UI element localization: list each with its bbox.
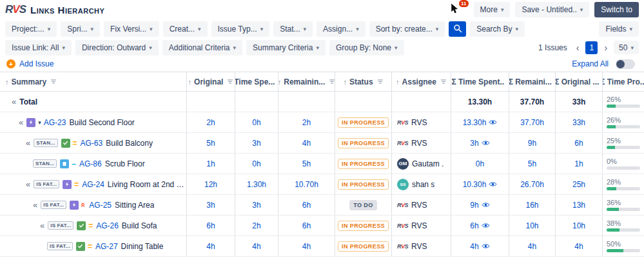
original-hours-value[interactable]: 3h xyxy=(206,201,215,210)
switch-to-button[interactable]: Switch to xyxy=(594,2,639,17)
filter-button-stat[interactable]: Stat...▾ xyxy=(273,21,313,37)
column-header-time-pro[interactable]: Σ Time Pro... xyxy=(603,72,644,91)
criteria-button-summary-criteria[interactable]: Summary Criteria▾ xyxy=(246,40,326,55)
column-header-remainin[interactable]: ↑Remainin... xyxy=(278,72,335,91)
original-hours-value[interactable]: 6h xyxy=(206,221,215,230)
sum-remaining-value[interactable]: 26.70h xyxy=(520,180,544,189)
column-header-remaini[interactable]: ↑Σ Remaini... xyxy=(509,72,556,91)
sum-remaining-value[interactable]: 37.70h xyxy=(520,97,544,106)
collapse-toggle-icon[interactable]: « xyxy=(26,179,30,189)
issue-key-link[interactable]: AG-27 xyxy=(95,242,118,251)
pagination-current-page[interactable]: 1 xyxy=(585,41,598,54)
time-spent-hours-value[interactable]: 3h xyxy=(252,201,260,210)
criteria-button-issue-link-all[interactable]: Issue Link: All▾ xyxy=(5,40,72,55)
column-header-time-spent[interactable]: ↑Σ Time Spent.. xyxy=(451,72,509,91)
sum-original-value[interactable]: 6h xyxy=(574,139,583,148)
pagination-next[interactable]: › xyxy=(601,43,610,53)
eye-icon[interactable] xyxy=(489,118,497,126)
filter-button-sort-by-create[interactable]: Sort by: create...▾ xyxy=(369,21,445,37)
time-spent-hours-value[interactable]: 1.30h xyxy=(247,180,266,189)
sum-time-spent-value[interactable]: 3h xyxy=(470,139,478,148)
remaining-hours-value[interactable]: 5h xyxy=(302,159,311,168)
sum-original-value[interactable]: 13h xyxy=(572,201,585,210)
eye-icon[interactable] xyxy=(482,201,490,209)
remaining-hours-value[interactable]: 10.70h xyxy=(295,180,318,189)
issue-key-link[interactable]: AG-25 xyxy=(89,201,112,210)
sum-remaining-value[interactable]: 9h xyxy=(528,139,536,148)
sum-original-value[interactable]: 10h xyxy=(572,221,585,230)
column-filter-icon[interactable] xyxy=(227,79,233,85)
collapse-toggle-icon[interactable]: « xyxy=(12,97,16,106)
filter-button-project[interactable]: Project:...▾ xyxy=(5,21,57,37)
remaining-hours-value[interactable]: 4h xyxy=(302,242,311,251)
collapse-toggle-icon[interactable]: « xyxy=(19,117,23,127)
issue-key-link[interactable]: AG-24 xyxy=(82,180,104,189)
column-filter-icon[interactable] xyxy=(50,79,57,85)
sum-remaining-value[interactable]: 5h xyxy=(528,159,536,168)
time-spent-hours-value[interactable]: 0h xyxy=(252,159,260,168)
sum-original-value[interactable]: 33h xyxy=(572,97,586,106)
original-hours-value[interactable]: 12h xyxy=(204,180,217,189)
sum-original-value[interactable]: 25h xyxy=(572,180,585,189)
fields-button[interactable]: Fields ▾ xyxy=(599,21,639,37)
sum-original-value[interactable]: 1h xyxy=(574,159,583,168)
criteria-button-direction-outward[interactable]: Direction: Outward▾ xyxy=(75,40,159,55)
eye-icon[interactable] xyxy=(489,180,497,188)
sum-time-spent-value[interactable]: 6h xyxy=(470,221,478,230)
sum-remaining-value[interactable]: 4h xyxy=(528,242,536,251)
eye-icon[interactable] xyxy=(482,242,490,250)
add-issue-link[interactable]: Add Issue xyxy=(19,59,54,68)
original-hours-value[interactable]: 2h xyxy=(206,118,215,127)
filter-button-assign[interactable]: Assign...▾ xyxy=(317,21,366,37)
original-hours-value[interactable]: 5h xyxy=(206,139,215,148)
column-header-original[interactable]: ↑Original xyxy=(187,72,235,91)
time-spent-hours-value[interactable]: 4h xyxy=(252,242,260,251)
sum-time-spent-value[interactable]: 0h xyxy=(476,159,484,168)
remaining-hours-value[interactable]: 4h xyxy=(302,139,311,148)
remaining-hours-value[interactable]: 6h xyxy=(302,201,311,210)
save-button[interactable]: Save - Untitled.. ▾ xyxy=(515,2,589,17)
search-by-button[interactable]: Search By ▾ xyxy=(470,21,525,37)
column-header-original[interactable]: ↑Σ Original ... xyxy=(556,72,603,91)
column-header-status[interactable]: ↑Status xyxy=(335,72,392,91)
collapse-toggle-icon[interactable]: « xyxy=(26,138,30,148)
remaining-hours-value[interactable]: 2h xyxy=(302,118,311,127)
sum-time-spent-value[interactable]: 10.30h xyxy=(463,180,487,189)
expand-all-toggle[interactable] xyxy=(616,59,635,69)
eye-icon[interactable] xyxy=(482,221,490,230)
collapse-toggle-icon[interactable]: « xyxy=(40,221,44,230)
issue-key-link[interactable]: AG-26 xyxy=(96,221,119,230)
search-button[interactable] xyxy=(449,21,466,37)
issue-key-link[interactable]: AG-23 xyxy=(44,118,66,127)
filter-button-fix-versi[interactable]: Fix Versi...▾ xyxy=(104,21,159,37)
time-spent-hours-value[interactable]: 2h xyxy=(252,221,260,230)
sum-original-value[interactable]: 4h xyxy=(574,242,583,251)
column-header-assignee[interactable]: ↑Assignee xyxy=(392,72,451,91)
sum-original-value[interactable]: 33h xyxy=(572,118,585,127)
expand-all-link[interactable]: Expand All xyxy=(572,59,609,68)
sum-time-spent-value[interactable]: 4h xyxy=(470,242,478,251)
filter-button-spri[interactable]: Spri...▾ xyxy=(61,21,100,37)
collapse-toggle-icon[interactable]: « xyxy=(33,200,37,210)
page-size-select[interactable]: 50 ▾ xyxy=(614,41,639,54)
expand-chevron-icon[interactable]: ▾ xyxy=(38,119,41,126)
criteria-button-group-by-none[interactable]: Group By: None▾ xyxy=(329,40,404,55)
pagination-prev[interactable]: ‹ xyxy=(574,43,582,53)
more-button[interactable]: More ▾ xyxy=(474,2,511,17)
filter-button-issue-typ[interactable]: Issue Typ...▾ xyxy=(211,21,270,37)
remaining-hours-value[interactable]: 6h xyxy=(302,221,311,230)
sum-remaining-value[interactable]: 37.70h xyxy=(520,118,544,127)
original-hours-value[interactable]: 4h xyxy=(206,242,215,251)
column-filter-icon[interactable] xyxy=(377,79,384,85)
sum-time-spent-value[interactable]: 9h xyxy=(470,201,478,210)
eye-icon[interactable] xyxy=(482,139,490,147)
issue-key-link[interactable]: AG-86 xyxy=(79,159,102,168)
filter-button-creat[interactable]: Creat...▾ xyxy=(163,21,208,37)
time-spent-hours-value[interactable]: 3h xyxy=(252,139,260,148)
add-icon[interactable]: + xyxy=(6,59,15,68)
issue-key-link[interactable]: AG-63 xyxy=(81,139,103,148)
sum-time-spent-value[interactable]: 13.30h xyxy=(463,118,487,127)
original-hours-value[interactable]: 1h xyxy=(206,159,215,168)
sum-remaining-value[interactable]: 10h xyxy=(525,221,538,230)
criteria-button-additional-criteria[interactable]: Additional Criteria▾ xyxy=(162,40,242,55)
